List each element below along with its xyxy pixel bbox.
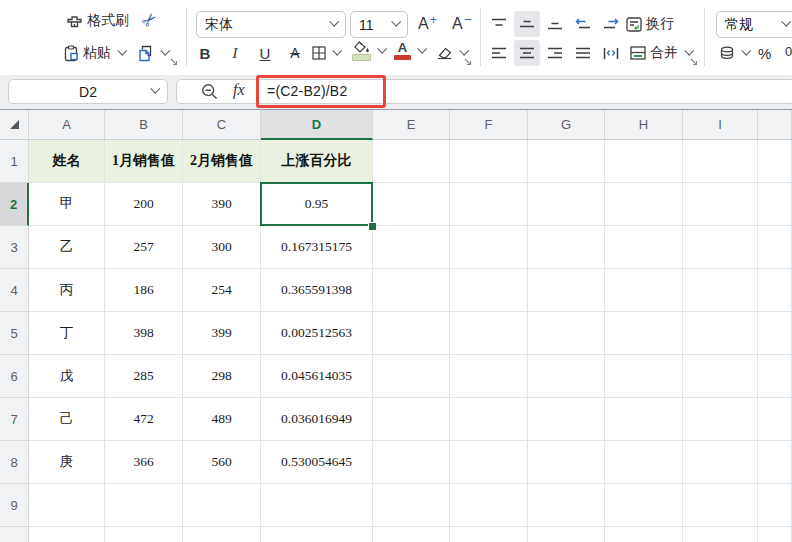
cell-G6[interactable] xyxy=(528,355,605,398)
cell-H1[interactable] xyxy=(605,140,683,183)
cell-G9[interactable] xyxy=(528,484,605,527)
fill-color-button[interactable] xyxy=(352,38,385,64)
cell-A8[interactable]: 庚 xyxy=(29,441,105,484)
col-header-F[interactable]: F xyxy=(450,110,528,140)
cell-B10[interactable] xyxy=(105,527,183,542)
cell-E2[interactable] xyxy=(373,183,450,226)
number-style-button[interactable] xyxy=(720,40,749,66)
cell-B9[interactable] xyxy=(105,484,183,527)
cell-A9[interactable] xyxy=(29,484,105,527)
cell-G3[interactable] xyxy=(528,226,605,269)
cell-H10[interactable] xyxy=(605,527,683,542)
col-header-I[interactable]: I xyxy=(683,110,758,140)
cell-E3[interactable] xyxy=(373,226,450,269)
cell-J8[interactable] xyxy=(758,441,792,484)
underline-button[interactable]: U xyxy=(252,40,278,66)
cell-J2[interactable] xyxy=(758,183,792,226)
eraser-button[interactable] xyxy=(436,40,467,66)
cell-B6[interactable]: 285 xyxy=(105,355,183,398)
cell-C1[interactable]: 2月销售值 xyxy=(183,140,261,183)
name-box[interactable]: D2 xyxy=(8,79,168,104)
cell-G10[interactable] xyxy=(528,527,605,542)
cell-B1[interactable]: 1月销售值 xyxy=(105,140,183,183)
decrease-font-button[interactable]: A − xyxy=(452,11,472,37)
cell-E6[interactable] xyxy=(373,355,450,398)
cell-I7[interactable] xyxy=(683,398,758,441)
cell-A5[interactable]: 丁 xyxy=(29,312,105,355)
paste-button[interactable]: 粘贴 xyxy=(64,40,125,66)
row-header-2[interactable]: 2 xyxy=(0,183,29,226)
cell-D2[interactable]: 0.95 xyxy=(261,183,373,226)
cell-F6[interactable] xyxy=(450,355,528,398)
cell-D6[interactable]: 0.045614035 xyxy=(261,355,373,398)
cell-G5[interactable] xyxy=(528,312,605,355)
cell-I6[interactable] xyxy=(683,355,758,398)
distributed-button[interactable] xyxy=(598,40,624,66)
cell-F5[interactable] xyxy=(450,312,528,355)
cell-G7[interactable] xyxy=(528,398,605,441)
cell-H8[interactable] xyxy=(605,441,683,484)
clipboard-group-launcher-icon[interactable] xyxy=(170,58,179,67)
cell-H9[interactable] xyxy=(605,484,683,527)
cell-F8[interactable] xyxy=(450,441,528,484)
col-header-B[interactable]: B xyxy=(105,110,183,140)
formula-input[interactable]: =(C2-B2)/B2 xyxy=(267,83,347,99)
cell-E10[interactable] xyxy=(373,527,450,542)
bold-button[interactable]: B xyxy=(192,40,218,66)
cell-H7[interactable] xyxy=(605,398,683,441)
cell-C4[interactable]: 254 xyxy=(183,269,261,312)
cell-E1[interactable] xyxy=(373,140,450,183)
row-header-3[interactable]: 3 xyxy=(0,226,29,269)
cell-I1[interactable] xyxy=(683,140,758,183)
cell-J4[interactable] xyxy=(758,269,792,312)
decrease-indent-button[interactable] xyxy=(570,11,596,37)
col-header-D[interactable]: D xyxy=(261,110,373,140)
cell-A1[interactable]: 姓名 xyxy=(29,140,105,183)
cell-H4[interactable] xyxy=(605,269,683,312)
cell-E5[interactable] xyxy=(373,312,450,355)
cell-C9[interactable] xyxy=(183,484,261,527)
merge-cells-button[interactable]: 合并 xyxy=(630,40,692,66)
cell-C10[interactable] xyxy=(183,527,261,542)
cell-J7[interactable] xyxy=(758,398,792,441)
cell-A10[interactable] xyxy=(29,527,105,542)
copy-button[interactable] xyxy=(138,40,168,66)
col-header-A[interactable]: A xyxy=(29,110,105,140)
cell-D10[interactable] xyxy=(261,527,373,542)
col-header-H[interactable]: H xyxy=(605,110,683,140)
cell-D9[interactable] xyxy=(261,484,373,527)
col-header-partial[interactable] xyxy=(758,110,792,140)
percent-button[interactable]: % xyxy=(758,40,771,66)
cell-H2[interactable] xyxy=(605,183,683,226)
cell-J1[interactable] xyxy=(758,140,792,183)
cell-B8[interactable]: 366 xyxy=(105,441,183,484)
cell-D1[interactable]: 上涨百分比 xyxy=(261,140,373,183)
cell-B7[interactable]: 472 xyxy=(105,398,183,441)
increase-font-button[interactable]: A + xyxy=(418,11,437,37)
row-header-9[interactable]: 9 xyxy=(0,484,29,527)
cell-G2[interactable] xyxy=(528,183,605,226)
borders-button[interactable] xyxy=(312,40,340,66)
font-color-button[interactable]: A xyxy=(394,38,425,64)
cell-J9[interactable] xyxy=(758,484,792,527)
cell-F9[interactable] xyxy=(450,484,528,527)
cell-G1[interactable] xyxy=(528,140,605,183)
cell-A6[interactable]: 戊 xyxy=(29,355,105,398)
cell-I8[interactable] xyxy=(683,441,758,484)
cell-B2[interactable]: 200 xyxy=(105,183,183,226)
cell-G8[interactable] xyxy=(528,441,605,484)
cell-E7[interactable] xyxy=(373,398,450,441)
cell-H5[interactable] xyxy=(605,312,683,355)
font-size-select[interactable]: 11 xyxy=(350,11,408,38)
cell-F3[interactable] xyxy=(450,226,528,269)
cell-E9[interactable] xyxy=(373,484,450,527)
valign-middle-button[interactable] xyxy=(514,11,540,37)
cell-J6[interactable] xyxy=(758,355,792,398)
cell-D3[interactable]: 0.167315175 xyxy=(261,226,373,269)
cell-J3[interactable] xyxy=(758,226,792,269)
cell-J5[interactable] xyxy=(758,312,792,355)
col-header-C[interactable]: C xyxy=(183,110,261,140)
cell-C8[interactable]: 560 xyxy=(183,441,261,484)
cell-B5[interactable]: 398 xyxy=(105,312,183,355)
row-header-8[interactable]: 8 xyxy=(0,441,29,484)
